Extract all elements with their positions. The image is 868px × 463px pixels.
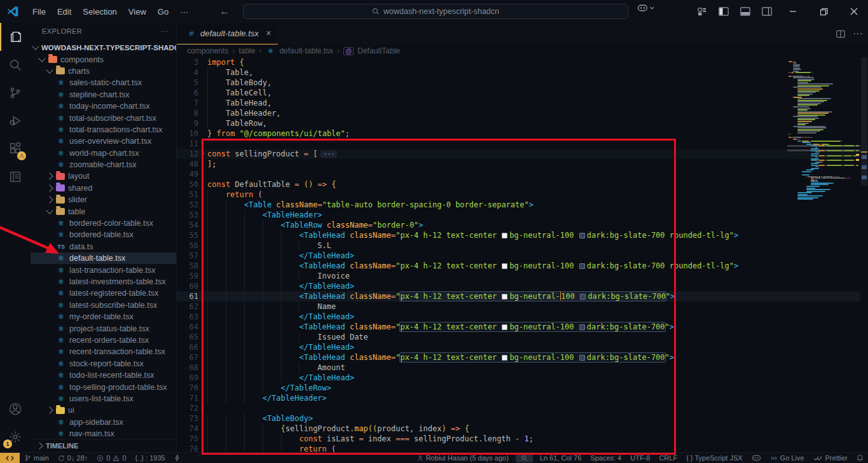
back-arrow-icon[interactable]: ← bbox=[219, 6, 230, 17]
code-line-62[interactable]: 62Name bbox=[177, 301, 860, 312]
tree-item-world-map-chart-tsx[interactable]: ⚛world-map-chart.tsx bbox=[31, 148, 176, 159]
statusbar-gitlens-blame[interactable]: Robiul Hasan (5 days ago) bbox=[413, 453, 513, 463]
tree-item-recent-orders-table-tsx[interactable]: ⚛recent-orders-table.tsx bbox=[31, 335, 176, 346]
tree-item-table[interactable]: table bbox=[31, 205, 176, 217]
source-control-icon[interactable] bbox=[0, 79, 31, 107]
statusbar-prettier[interactable]: Prettier bbox=[809, 453, 852, 463]
docs-book-icon[interactable] bbox=[0, 163, 31, 191]
minimap[interactable] bbox=[787, 57, 860, 452]
code-line-56[interactable]: 56S.L bbox=[177, 240, 860, 251]
statusbar-word-count[interactable]: {..} : 1935 bbox=[131, 453, 170, 463]
tree-item-ui[interactable]: ui bbox=[31, 404, 176, 416]
code-line-67[interactable]: 67<TableHead className="px-4 h-12 text-c… bbox=[177, 352, 860, 363]
tab-close-icon[interactable]: ✕ bbox=[266, 29, 272, 38]
code-line-4[interactable]: 4Table, bbox=[177, 67, 860, 78]
statusbar-encoding[interactable]: UTF-8 bbox=[626, 453, 654, 463]
code-line-11[interactable]: 11 bbox=[177, 139, 860, 149]
menu-go[interactable]: Go bbox=[152, 4, 174, 19]
statusbar-copilot[interactable] bbox=[747, 453, 766, 463]
manage-gear-icon[interactable]: 1 bbox=[0, 423, 31, 451]
code-line-59[interactable]: 59Invoice bbox=[177, 271, 860, 281]
code-line-9[interactable]: 9TableRow, bbox=[177, 118, 860, 128]
code-line-49[interactable]: 49 bbox=[177, 169, 860, 179]
tree-item-users-list-table-tsx[interactable]: ⚛users-list-table.tsx bbox=[31, 393, 176, 404]
statusbar-search-indicator[interactable] bbox=[516, 453, 533, 462]
code-editor[interactable]: 3import {4Table,5TableBody,6TableCell,7T… bbox=[177, 57, 868, 452]
statusbar-branch[interactable]: main bbox=[20, 453, 53, 463]
tree-root[interactable]: WOWDASH-NEXT-TYPESCRIPT-SHADCN bbox=[31, 42, 176, 53]
tree-item-layout[interactable]: layout bbox=[31, 170, 176, 182]
explorer-icon[interactable] bbox=[0, 23, 31, 51]
minimize-button[interactable] bbox=[779, 0, 807, 23]
tree-item-top-selling-product-table-tsx[interactable]: ⚛top-selling-product-table.tsx bbox=[31, 381, 176, 392]
editor-more-actions-icon[interactable]: ··· bbox=[853, 28, 863, 39]
menu-file[interactable]: File bbox=[27, 4, 52, 19]
menu-view[interactable]: View bbox=[123, 4, 152, 19]
code-line-5[interactable]: 5TableBody, bbox=[177, 78, 860, 88]
tree-item-zoomable-chart-tsx[interactable]: ⚛zoomable-chart.tsx bbox=[31, 159, 176, 170]
toggle-secondary-sidebar-icon[interactable] bbox=[757, 3, 776, 20]
breadcrumb-item[interactable]: DefaultTable bbox=[357, 46, 400, 55]
code-line-63[interactable]: 63</TableHead> bbox=[177, 312, 860, 322]
extensions-icon[interactable]: ⚠ bbox=[0, 135, 31, 163]
code-line-58[interactable]: 58<TableHead className="px-4 h-12 text-c… bbox=[177, 261, 860, 271]
code-line-68[interactable]: 68Amount bbox=[177, 363, 860, 373]
code-line-57[interactable]: 57</TableHead> bbox=[177, 251, 860, 261]
code-line-50[interactable]: 50const DefaultTable = () => { bbox=[177, 179, 860, 190]
copilot-menu-button[interactable] bbox=[637, 3, 655, 13]
vertical-scrollbar[interactable] bbox=[860, 57, 868, 452]
tree-item-stock-report-table-tsx[interactable]: ⚛stock-report-table.tsx bbox=[31, 358, 176, 370]
close-button[interactable] bbox=[840, 0, 868, 23]
statusbar-eol[interactable]: CRLF bbox=[654, 453, 682, 463]
tree-item-data-ts[interactable]: TSdata.ts bbox=[31, 241, 176, 252]
tree-item-latest-investments-table-tsx[interactable]: ⚛latest-investments-table.tsx bbox=[31, 276, 176, 287]
tree-item-nav-main-tsx[interactable]: ⚛nav-main.tsx bbox=[31, 428, 176, 439]
tree-item-app-sidebar-tsx[interactable]: ⚛app-sidebar.tsx bbox=[31, 417, 176, 428]
statusbar-cursor-position[interactable]: Ln 61, Col 76 bbox=[535, 453, 586, 463]
statusbar-language-mode[interactable]: { } TypeScript JSX bbox=[682, 453, 747, 463]
statusbar-problems[interactable]: 00 bbox=[92, 453, 130, 463]
tree-item-todo-list-recent-table-tsx[interactable]: ⚛todo-list-recent-table.tsx bbox=[31, 370, 176, 381]
tree-item-latest-subscribe-table-tsx[interactable]: ⚛latest-subscribe-table.tsx bbox=[31, 300, 176, 311]
tree-item-bordered-table-tsx[interactable]: ⚛bordered-table.tsx bbox=[31, 229, 176, 240]
code-line-75[interactable]: 75const isLast = index === sellingProduc… bbox=[177, 434, 860, 444]
code-line-55[interactable]: 55<TableHead className="px-4 h-12 text-c… bbox=[177, 230, 860, 240]
code-line-64[interactable]: 64<TableHead className="px-4 h-12 text-c… bbox=[177, 322, 860, 332]
menu-selection[interactable]: Selection bbox=[77, 4, 122, 19]
menu-[interactable]: ··· bbox=[174, 4, 194, 19]
tab-default-table[interactable]: ⚛ default-table.tsx ✕ bbox=[177, 23, 278, 45]
code-line-61[interactable]: 61<TableHead className="px-4 h-12 text-c… bbox=[177, 291, 860, 301]
restore-button[interactable] bbox=[809, 0, 837, 23]
command-center-search[interactable]: wowdash-next-typescript-shadcn bbox=[243, 4, 628, 19]
code-line-51[interactable]: 51return ( bbox=[177, 190, 860, 200]
tree-item-stepline-chart-tsx[interactable]: ⚛stepline-chart.tsx bbox=[31, 89, 176, 100]
split-editor-icon[interactable] bbox=[836, 30, 845, 38]
code-line-52[interactable]: 52<Table className="table-auto border-sp… bbox=[177, 200, 860, 210]
menu-edit[interactable]: Edit bbox=[52, 4, 77, 19]
statusbar-go-live[interactable]: Go Live bbox=[766, 453, 809, 463]
code-line-73[interactable]: 73<TableBody> bbox=[177, 413, 860, 424]
statusbar-remote[interactable] bbox=[0, 453, 20, 463]
customize-layout-icon[interactable] bbox=[692, 3, 712, 20]
breadcrumb-item[interactable]: table bbox=[238, 46, 255, 55]
tree-item-default-table-tsx[interactable]: ⚛default-table.tsx bbox=[31, 252, 176, 264]
code-line-6[interactable]: 6TableCell, bbox=[177, 88, 860, 98]
code-line-60[interactable]: 60</TableHead> bbox=[177, 281, 860, 291]
tree-item-project-status-table-tsx[interactable]: ⚛project-status-table.tsx bbox=[31, 322, 176, 334]
statusbar-sync[interactable]: 0↓ 28↑ bbox=[53, 453, 92, 463]
code-line-12[interactable]: 12const sellingProduct = [··· bbox=[177, 149, 860, 159]
code-line-10[interactable]: 10} from "@/components/ui/table"; bbox=[177, 128, 860, 139]
tree-item-components[interactable]: components bbox=[31, 53, 176, 65]
code-line-53[interactable]: 53<TableHeader> bbox=[177, 210, 860, 220]
timeline-section[interactable]: TIMELINE bbox=[31, 439, 176, 452]
tree-item-slider[interactable]: slider bbox=[31, 194, 176, 205]
toggle-primary-sidebar-icon[interactable] bbox=[714, 3, 733, 20]
tree-item-today-income-chart-tsx[interactable]: ⚛today-income-chart.tsx bbox=[31, 100, 176, 112]
tree-item-recent-transaction-table-tsx[interactable]: ⚛recent-transaction-table.tsx bbox=[31, 346, 176, 357]
tree-item-my-order-table-tsx[interactable]: ⚛my-order-table.tsx bbox=[31, 311, 176, 322]
search-icon[interactable] bbox=[0, 51, 31, 79]
code-line-8[interactable]: 8TableHeader, bbox=[177, 108, 860, 118]
code-line-66[interactable]: 66</TableHead> bbox=[177, 342, 860, 352]
code-line-71[interactable]: 71</TableHeader> bbox=[177, 393, 860, 403]
code-line-48[interactable]: 48]; bbox=[177, 159, 860, 169]
